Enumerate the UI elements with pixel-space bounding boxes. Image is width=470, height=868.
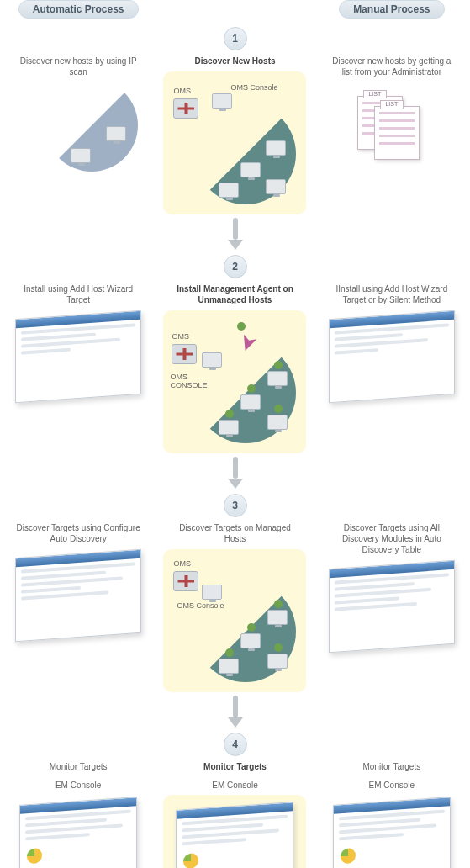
arrow-down-icon — [0, 696, 470, 728]
pie-chart-icon — [27, 848, 42, 864]
label-oms-console: OMS Console — [177, 601, 224, 610]
col-left-step4: Monitor Targets EM Console — [0, 761, 156, 868]
list-tab-label: LIST — [363, 90, 387, 98]
illus-add-host-wizard-right — [329, 310, 455, 403]
caption-right-step4: Monitor Targets — [362, 761, 420, 772]
illus-em-console-center — [172, 800, 298, 868]
step-number-1: 1 — [224, 27, 247, 50]
caption-left-step2: Install using Add Host Wizard Target — [15, 283, 141, 305]
column-headers: Automatic Process . Manual Process — [0, 0, 470, 19]
col-right-step3: Discover Targets using All Discovery Mod… — [314, 522, 470, 692]
oms-server-icon — [173, 98, 198, 119]
pie-chart-icon — [341, 848, 356, 864]
app-window-icon — [19, 797, 137, 868]
step-1: 1 Discover new hosts by using IP scan Di… — [0, 24, 470, 251]
oms-console-icon — [202, 585, 222, 600]
computer-icon — [267, 610, 288, 625]
computer-icon — [219, 183, 239, 198]
title-step4: Monitor Targets — [203, 761, 267, 772]
illus-discover-targets: OMS OMS Console — [172, 558, 298, 684]
title-step3: Discover Targets on Managed Hosts — [172, 522, 298, 544]
pie-chart-icon — [183, 853, 198, 868]
header-manual-process: Manual Process — [339, 0, 444, 19]
illus-em-console-right — [329, 795, 455, 868]
computer-icon — [240, 633, 261, 648]
label-oms: OMS — [172, 332, 189, 341]
label-oms: OMS — [173, 559, 191, 568]
col-right-step1: Discover new hosts by getting a list fro… — [314, 56, 470, 214]
oms-server-icon — [173, 571, 198, 591]
step-number-2: 2 — [224, 255, 247, 278]
app-window-icon — [329, 560, 455, 653]
illus-ip-scan — [15, 82, 141, 175]
illus-admin-list: LIST LIST — [329, 82, 455, 175]
computer-icon — [266, 140, 286, 156]
step-3: 3 Discover Targets using Configure Auto … — [0, 490, 470, 729]
row-step-1: Discover new hosts by using IP scan Disc… — [0, 56, 470, 214]
illus-discover-hosts: OMS OMS Console — [172, 80, 298, 206]
subcaption-left-step4: EM Console — [55, 781, 101, 790]
caption-right-step1: Discover new hosts by getting a list fro… — [329, 56, 455, 77]
computer-icon — [267, 371, 288, 386]
col-center-step4: Monitor Targets EM Console — [156, 761, 313, 868]
oms-console-icon — [202, 352, 222, 368]
col-center-step1: Discover New Hosts OMS OMS Console — [156, 56, 313, 214]
caption-left-step1: Discover new hosts by using IP scan — [15, 56, 141, 77]
app-window-icon — [329, 310, 455, 403]
curved-arrow-icon: ➤ — [233, 331, 264, 357]
app-window-icon — [15, 310, 141, 403]
label-oms-console: OMS Console — [230, 83, 277, 92]
list-tab-label: LIST — [380, 100, 404, 108]
computer-icon — [267, 654, 288, 669]
center-panel-step4 — [163, 795, 306, 868]
caption-left-step4: Monitor Targets — [50, 761, 108, 772]
oms-server-icon — [172, 344, 197, 364]
row-step-3: Discover Targets using Configure Auto Di… — [0, 522, 470, 692]
label-oms-console: OMS CONSOLE — [170, 373, 210, 389]
list-document-icon: LIST — [374, 106, 420, 160]
radar-wedge-icon — [45, 79, 138, 172]
col-left-step2: Install using Add Host Wizard Target — [0, 283, 156, 453]
step-2: 2 Install using Add Host Wizard Target I… — [0, 251, 470, 490]
header-col-left: Automatic Process — [0, 0, 156, 19]
app-window-icon — [15, 549, 141, 642]
illus-em-console-left — [15, 795, 141, 868]
illus-configure-auto-discovery — [15, 549, 141, 642]
title-step1: Discover New Hosts — [194, 56, 275, 66]
col-center-step2: Install Management Agent on Unmanaged Ho… — [156, 283, 313, 453]
arrow-down-icon — [0, 457, 470, 489]
illus-install-agent: OMS OMS CONSOLE ➤ — [172, 319, 298, 445]
subcaption-center-step4: EM Console — [212, 781, 257, 790]
arrow-down-icon — [0, 218, 470, 250]
step-number-4: 4 — [224, 733, 247, 756]
computer-icon — [267, 415, 288, 430]
row-step-4: Monitor Targets EM Console Monitor Targe… — [0, 761, 470, 868]
col-left-step3: Discover Targets using Configure Auto Di… — [0, 522, 156, 692]
center-panel-step1: OMS OMS Console — [163, 71, 306, 214]
center-panel-step2: OMS OMS CONSOLE ➤ — [163, 310, 306, 453]
agent-icon — [237, 322, 246, 331]
center-panel-step3: OMS OMS Console — [163, 549, 306, 692]
col-right-step4: Monitor Targets EM Console — [314, 761, 470, 868]
header-automatic-process: Automatic Process — [18, 0, 139, 19]
computer-icon — [219, 659, 239, 674]
app-window-icon — [176, 802, 293, 868]
col-right-step2: IInstall using Add Host Wizard Target or… — [314, 283, 470, 453]
step-4: 4 Monitor Targets EM Console Monitor Tar… — [0, 729, 470, 868]
label-oms: OMS — [173, 87, 191, 95]
computer-icon — [219, 420, 239, 435]
col-left-step1: Discover new hosts by using IP scan — [0, 56, 156, 214]
header-col-right: Manual Process — [314, 0, 470, 19]
row-step-2: Install using Add Host Wizard Target Ins… — [0, 283, 470, 453]
subcaption-right-step4: EM Console — [369, 781, 415, 790]
title-step2: Install Management Agent on Unmanaged Ho… — [172, 283, 298, 305]
computer-icon — [71, 148, 91, 163]
caption-right-step3: Discover Targets using All Discovery Mod… — [329, 522, 455, 555]
computer-icon — [240, 394, 261, 410]
caption-right-step2: IInstall using Add Host Wizard Target or… — [329, 283, 455, 305]
oms-console-icon — [212, 93, 232, 108]
col-center-step3: Discover Targets on Managed Hosts OMS OM… — [156, 522, 313, 692]
computer-icon — [266, 179, 286, 194]
caption-left-step3: Discover Targets using Configure Auto Di… — [15, 522, 141, 544]
diagram-root: Automatic Process . Manual Process 1 Dis… — [0, 0, 470, 868]
